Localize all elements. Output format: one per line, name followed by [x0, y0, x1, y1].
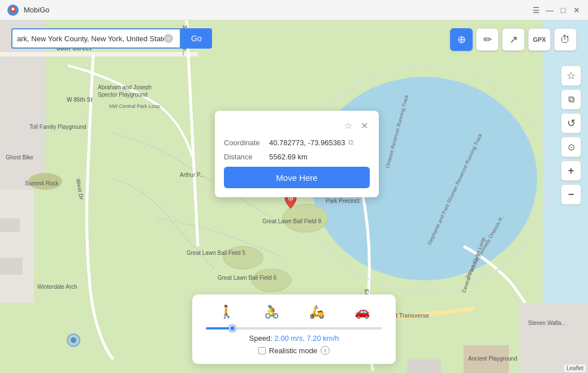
realistic-mode-label: Realistic mode	[269, 346, 317, 355]
transport-icons: 🚶 🚴 🛵 🚗	[204, 302, 384, 322]
locate-button[interactable]: ⊙	[561, 137, 581, 157]
popup-favorite-button[interactable]: ☆	[343, 120, 354, 131]
layers-icon: ⧉	[568, 94, 574, 105]
svg-point-10	[252, 269, 291, 292]
share-button[interactable]: ↗	[502, 28, 525, 51]
star-icon: ☆	[567, 70, 576, 82]
realistic-mode-checkbox[interactable]	[258, 347, 266, 354]
speed-slider-thumb[interactable]	[229, 325, 236, 332]
favorite-button[interactable]: ☆	[561, 66, 581, 86]
search-bar: × Go	[11, 28, 212, 49]
locate-icon: ⊙	[568, 142, 575, 153]
move-here-button[interactable]: Move Here	[224, 167, 370, 188]
svg-point-1	[12, 7, 15, 10]
menu-button[interactable]: ☰	[531, 6, 541, 15]
moped-mode-button[interactable]: 🛵	[305, 302, 329, 322]
svg-rect-12	[0, 218, 20, 232]
car-icon: 🚗	[354, 305, 370, 319]
svg-rect-13	[0, 258, 23, 275]
speed-slider-fill	[206, 327, 232, 329]
gpx-label: GPX	[533, 36, 546, 43]
teleport-button[interactable]: ⊕	[450, 28, 473, 51]
svg-point-11	[28, 173, 62, 190]
current-position-marker	[67, 333, 80, 347]
realistic-mode-row: Realistic mode i	[204, 346, 384, 355]
popup-header: ☆ ✕	[224, 120, 370, 131]
close-button[interactable]: ✕	[572, 6, 581, 15]
plus-icon: +	[568, 165, 574, 177]
share-icon: ↗	[509, 33, 518, 46]
location-popup: ☆ ✕ Coordinate 40.782773, -73.965363 ⧉ D…	[215, 111, 379, 197]
reset-button[interactable]: ↺	[561, 113, 581, 133]
route-icon: ✏	[483, 33, 492, 46]
walk-icon: 🚶	[219, 305, 234, 319]
map-toolbar: ⊕ ✏ ↗ GPX ⏱	[450, 28, 577, 51]
go-button[interactable]: Go	[181, 28, 212, 49]
zoom-in-button[interactable]: +	[561, 161, 581, 181]
cycle-mode-button[interactable]: 🚴	[260, 302, 284, 322]
speed-slider-container[interactable]	[204, 327, 384, 329]
title-bar-left: MobiGo	[7, 4, 50, 16]
search-input-wrap[interactable]: ×	[11, 28, 181, 49]
svg-rect-6	[0, 190, 34, 303]
cycle-icon: 🚴	[264, 305, 279, 319]
transport-panel: 🚶 🚴 🛵 🚗 Speed: 2.00 m/s, 7.20 km/h	[192, 294, 396, 364]
minus-icon: −	[568, 189, 574, 201]
walk-mode-button[interactable]: 🚶	[214, 302, 239, 322]
reset-icon: ↺	[567, 117, 576, 129]
popup-close-button[interactable]: ✕	[358, 120, 370, 131]
minimize-button[interactable]: —	[545, 6, 554, 15]
leaflet-attribution: Leaflet	[564, 365, 586, 372]
copy-coordinate-button[interactable]: ⧉	[348, 138, 353, 147]
search-clear-button[interactable]: ×	[164, 34, 173, 43]
svg-rect-15	[407, 359, 441, 373]
svg-rect-16	[464, 345, 509, 373]
coordinate-label: Coordinate	[224, 138, 269, 147]
realistic-info-button[interactable]: i	[321, 346, 330, 355]
window-controls: ☰ — □ ✕	[531, 6, 581, 15]
right-toolbar: ☆ ⧉ ↺ ⊙ + −	[561, 66, 581, 205]
coordinate-row: Coordinate 40.782773, -73.965363 ⧉	[224, 138, 370, 147]
layers-button[interactable]: ⧉	[561, 89, 581, 110]
car-mode-button[interactable]: 🚗	[350, 302, 374, 322]
coordinate-text: 40.782773, -73.965363	[269, 138, 345, 147]
maximize-button[interactable]: □	[559, 6, 568, 15]
history-icon: ⏱	[560, 34, 570, 46]
history-button[interactable]: ⏱	[554, 28, 577, 51]
distance-row: Distance 5562.69 km	[224, 153, 370, 161]
speed-slider[interactable]	[206, 327, 382, 329]
title-bar: MobiGo ☰ — □ ✕	[0, 0, 588, 20]
distance-label: Distance	[224, 153, 269, 161]
gpx-button[interactable]: GPX	[528, 28, 551, 51]
zoom-out-button[interactable]: −	[561, 184, 581, 205]
moped-icon: 🛵	[309, 305, 325, 319]
speed-display: Speed: 2.00 m/s, 7.20 km/h	[204, 334, 384, 342]
search-input[interactable]	[17, 34, 164, 43]
route-button[interactable]: ✏	[476, 28, 499, 51]
speed-label: Speed:	[249, 334, 275, 342]
speed-value: 2.00 m/s, 7.20 km/h	[274, 334, 339, 342]
svg-point-9	[223, 246, 263, 269]
app-logo-icon	[7, 4, 19, 16]
teleport-icon: ⊕	[457, 33, 466, 46]
distance-value: 5562.69 km	[269, 153, 308, 161]
map-container[interactable]: 86th Street Abraham and JosephSpector Pl…	[0, 20, 588, 373]
app-title: MobiGo	[24, 6, 50, 14]
coordinate-value: 40.782773, -73.965363 ⧉	[269, 138, 353, 147]
svg-rect-14	[520, 303, 588, 373]
